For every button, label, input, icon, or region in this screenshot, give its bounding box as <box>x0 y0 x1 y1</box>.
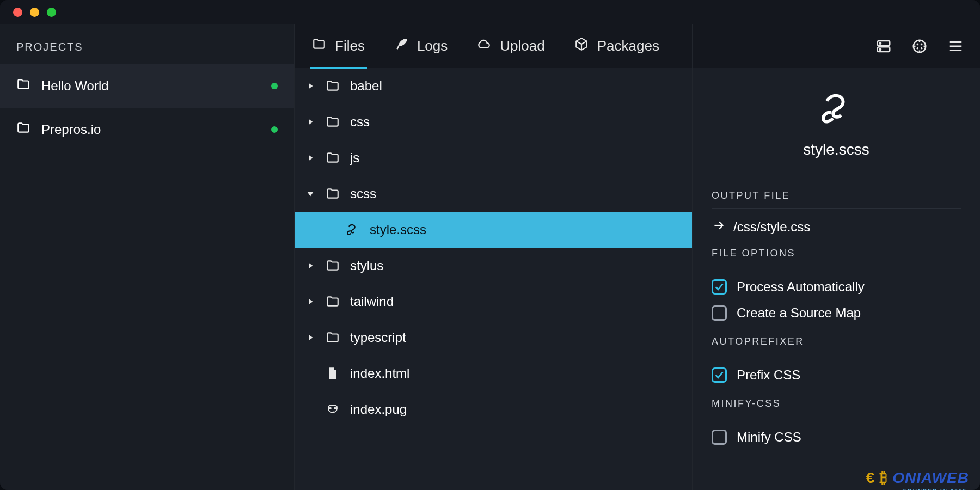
tab-label: Packages <box>597 38 659 54</box>
arrow-right-icon <box>712 218 726 236</box>
checkbox-icon <box>712 279 727 295</box>
divider <box>712 354 961 354</box>
svg-point-0 <box>329 407 332 409</box>
toolbar-right <box>693 24 980 68</box>
tab-packages[interactable]: Packages <box>572 25 661 69</box>
checkbox-label: Process Automatically <box>737 279 865 295</box>
folder-icon <box>325 259 340 273</box>
tab-upload[interactable]: Upload <box>475 25 547 69</box>
app-window: PROJECTS Hello World Prepros.io <box>0 0 980 490</box>
checkbox-icon <box>712 367 727 383</box>
project-item-label: Prepros.io <box>41 122 101 137</box>
menu-icon[interactable] <box>947 38 964 54</box>
checkbox-minify-css[interactable]: Minify CSS <box>712 424 961 450</box>
window-close-button[interactable] <box>13 8 22 17</box>
center-panel: Files Logs Upload <box>295 24 692 490</box>
tree-folder-scss[interactable]: scss <box>295 176 692 212</box>
tree-node-label: typescript <box>350 330 406 345</box>
project-item-hello-world[interactable]: Hello World <box>0 64 294 108</box>
tab-label: Files <box>335 38 365 54</box>
project-item-label: Hello World <box>41 78 109 94</box>
tab-label: Logs <box>417 38 448 54</box>
file-name: style.scss <box>803 141 869 158</box>
tree-node-label: index.html <box>350 366 409 381</box>
folder-icon <box>312 37 326 55</box>
folder-icon <box>325 115 340 129</box>
chevron-right-icon <box>305 116 315 128</box>
tree-folder-stylus[interactable]: stylus <box>295 248 692 284</box>
tree-node-label: style.scss <box>370 222 426 237</box>
tab-files[interactable]: Files <box>310 25 367 69</box>
checkbox-label: Create a Source Map <box>737 305 861 321</box>
tree-node-label: index.pug <box>350 402 407 417</box>
project-item-prepros[interactable]: Prepros.io <box>0 108 294 151</box>
output-path-row[interactable]: /css/style.css <box>712 216 961 238</box>
package-icon <box>574 37 589 55</box>
tree-file-index-pug[interactable]: index.pug <box>295 391 692 427</box>
checkbox-icon <box>712 305 727 321</box>
tab-label: Upload <box>500 38 544 54</box>
projects-sidebar: PROJECTS Hello World Prepros.io <box>0 24 294 490</box>
section-title-minify: MINIFY-CSS <box>712 398 961 409</box>
output-path: /css/style.css <box>733 219 810 235</box>
chevron-right-icon <box>305 152 315 164</box>
divider <box>712 266 961 266</box>
checkbox-label: Minify CSS <box>737 430 801 445</box>
window-minimize-button[interactable] <box>30 8 39 17</box>
tree-folder-js[interactable]: js <box>295 140 692 176</box>
status-dot-icon <box>271 126 278 133</box>
tree-folder-babel[interactable]: babel <box>295 68 692 104</box>
file-icon <box>325 366 340 381</box>
tree-folder-typescript[interactable]: typescript <box>295 320 692 356</box>
folder-icon <box>325 187 340 201</box>
sidebar-heading: PROJECTS <box>0 35 294 64</box>
tab-logs[interactable]: Logs <box>392 25 450 69</box>
folder-icon <box>325 151 340 165</box>
folder-icon <box>325 295 340 309</box>
tree-node-label: babel <box>350 78 382 94</box>
tree-folder-css[interactable]: css <box>295 104 692 140</box>
svg-point-1 <box>334 407 336 409</box>
tree-node-label: tailwind <box>350 294 394 309</box>
chevron-right-icon <box>305 80 315 92</box>
status-dot-icon <box>271 83 278 89</box>
server-icon[interactable] <box>875 38 892 54</box>
tree-file-index-html[interactable]: index.html <box>295 356 692 391</box>
folder-icon <box>325 79 340 93</box>
section-title-autoprefixer: AUTOPREFIXER <box>712 336 961 347</box>
checkbox-icon <box>712 430 727 445</box>
cloud-icon <box>477 37 491 55</box>
sass-icon <box>345 223 360 237</box>
window-maximize-button[interactable] <box>47 8 56 17</box>
titlebar <box>0 0 980 24</box>
divider <box>712 208 961 209</box>
checkbox-prefix-css[interactable]: Prefix CSS <box>712 362 961 388</box>
wand-refresh-icon[interactable] <box>911 38 928 54</box>
file-hero: style.scss <box>712 68 961 180</box>
checkbox-create-source-map[interactable]: Create a Source Map <box>712 300 961 326</box>
tree-file-style-scss[interactable]: style.scss <box>295 212 692 248</box>
folder-icon <box>16 121 30 138</box>
tree-node-label: css <box>350 114 370 130</box>
file-tree: babel css <box>295 68 692 490</box>
folder-icon <box>325 330 340 345</box>
svg-point-4 <box>880 42 881 44</box>
tree-folder-tailwind[interactable]: tailwind <box>295 284 692 320</box>
chevron-down-icon <box>305 188 315 200</box>
tree-node-label: stylus <box>350 258 383 273</box>
chevron-right-icon <box>305 260 315 272</box>
chevron-right-icon <box>305 332 315 344</box>
section-title-file-options: FILE OPTIONS <box>712 248 961 259</box>
tree-node-label: scss <box>350 186 376 201</box>
sass-icon <box>817 90 855 130</box>
checkbox-label: Prefix CSS <box>737 367 800 383</box>
details-panel: style.scss OUTPUT FILE /css/style.css FI… <box>693 24 980 490</box>
divider <box>712 416 961 416</box>
pug-icon <box>325 402 340 416</box>
svg-point-5 <box>880 48 881 50</box>
checkbox-process-automatically[interactable]: Process Automatically <box>712 274 961 300</box>
main-tabs: Files Logs Upload <box>295 24 692 68</box>
feather-icon <box>394 37 408 55</box>
folder-icon <box>16 77 30 95</box>
tree-node-label: js <box>350 150 359 166</box>
